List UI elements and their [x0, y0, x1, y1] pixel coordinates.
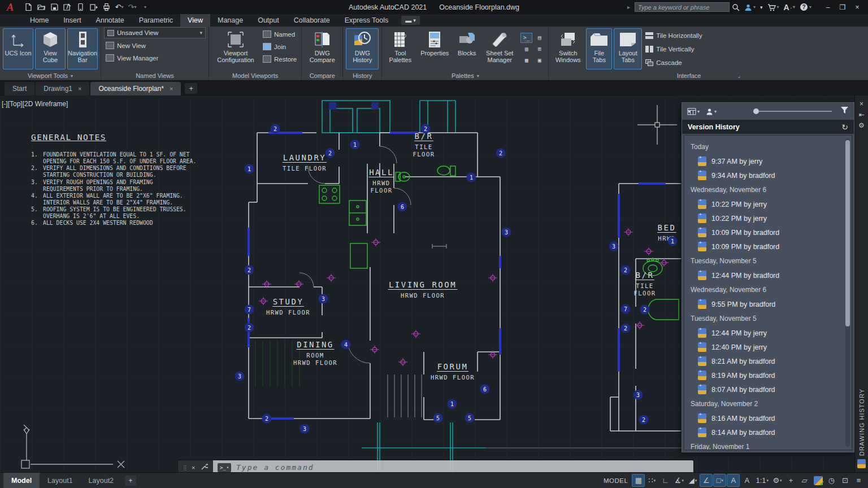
- ribbon-tab-home[interactable]: Home: [23, 14, 56, 27]
- command-wrench-icon[interactable]: [201, 463, 208, 472]
- workspace-switching-icon[interactable]: ⚙▾: [771, 474, 783, 486]
- layout-tabs-button[interactable]: Layout Tabs: [614, 28, 642, 69]
- panel-launcher-icon[interactable]: ⌟: [737, 73, 740, 79]
- version-item[interactable]: 10:22 PM by jerry: [691, 211, 845, 225]
- file-tab-start[interactable]: Start: [5, 82, 34, 95]
- version-item[interactable]: 10:09 PM by bradford: [691, 225, 845, 239]
- dwg-compare-button[interactable]: DWG Compare: [305, 28, 340, 69]
- navigation-bar-button[interactable]: Navigation Bar: [67, 28, 98, 69]
- annotation-autoscale-icon[interactable]: A: [741, 474, 753, 486]
- ribbon-tab-insert[interactable]: Insert: [56, 14, 88, 27]
- view-dropdown[interactable]: Unsaved View ▾: [104, 27, 206, 38]
- close-tab-icon[interactable]: ×: [170, 85, 173, 92]
- restore-button[interactable]: ❐: [835, 0, 850, 14]
- panel-label-viewport-tools[interactable]: Viewport Tools▾: [0, 71, 101, 80]
- ribbon-tab-annotate[interactable]: Annotate: [89, 14, 132, 27]
- slider-knob[interactable]: [753, 108, 759, 114]
- viewport-configuration-button[interactable]: Viewport Configuration: [212, 28, 259, 69]
- count-palette-icon[interactable]: ▦: [520, 55, 532, 66]
- tool-palettes-button[interactable]: Tool Palettes: [385, 28, 415, 69]
- version-item[interactable]: 8:19 AM by bradford: [691, 368, 845, 382]
- tile-vertically-button[interactable]: Tile Vertically: [644, 43, 704, 54]
- graphics-performance-icon[interactable]: [812, 474, 824, 486]
- search-collapse-arrow-icon[interactable]: ▸: [627, 4, 630, 10]
- save-icon[interactable]: [49, 2, 60, 13]
- panel-label-palettes[interactable]: Palettes▾: [382, 71, 548, 80]
- view-cube-button[interactable]: View Cube: [35, 28, 66, 69]
- version-item[interactable]: 9:55 PM by bradford: [691, 297, 845, 311]
- ucs-icon-button[interactable]: UCS Icon: [3, 28, 33, 69]
- command-prompt-icon[interactable]: >_▾: [218, 463, 231, 472]
- isolate-objects-icon[interactable]: ▱: [798, 474, 810, 486]
- object-snap-icon[interactable]: □▾: [714, 474, 726, 486]
- print-icon[interactable]: [101, 2, 112, 13]
- command-line-palette-icon[interactable]: >_: [520, 33, 532, 43]
- palette-autohide-icon[interactable]: ⇤: [858, 109, 864, 120]
- version-item[interactable]: 12:44 PM by bradford: [691, 268, 845, 282]
- grid-icon[interactable]: ▦: [632, 474, 644, 486]
- isometric-drafting-icon[interactable]: ◢▾: [687, 474, 698, 486]
- palette-properties-icon[interactable]: ⚙: [858, 120, 865, 130]
- cascade-button[interactable]: Cascade: [644, 57, 704, 68]
- new-view-button[interactable]: New View: [104, 40, 206, 51]
- polar-tracking-icon[interactable]: ∡▾: [673, 474, 685, 486]
- palette-close-icon[interactable]: ×: [860, 98, 863, 109]
- panel-label-named-views[interactable]: Named Views: [101, 71, 209, 80]
- panel-label-history[interactable]: History: [343, 71, 381, 80]
- search-input[interactable]: [635, 2, 730, 12]
- named-viewports-button[interactable]: Named: [261, 29, 298, 40]
- ribbon-tab-collaborate[interactable]: Collaborate: [287, 14, 337, 27]
- sign-in-icon[interactable]: ▾: [744, 3, 756, 11]
- layout2-tab[interactable]: Layout2: [81, 473, 121, 488]
- clean-screen-icon[interactable]: ⊡: [839, 474, 851, 486]
- join-viewports-button[interactable]: Join: [261, 41, 298, 52]
- sheets-palette-icon[interactable]: ▥: [520, 44, 532, 54]
- version-item[interactable]: 10:22 PM by jerry: [691, 197, 845, 211]
- ortho-icon[interactable]: ∟: [659, 474, 671, 486]
- properties-button[interactable]: Properties: [417, 28, 452, 69]
- file-tabs-button[interactable]: File Tabs: [586, 28, 612, 69]
- version-item[interactable]: 8:16 AM by bradford: [691, 411, 845, 425]
- qat-customize-icon[interactable]: ▾: [140, 2, 151, 13]
- sheet-set-manager-button[interactable]: Sheet Set Manager: [481, 28, 518, 69]
- calculator-palette-icon[interactable]: ⊞: [533, 44, 545, 54]
- search-icon[interactable]: [732, 3, 740, 11]
- close-tab-icon[interactable]: ×: [78, 85, 81, 92]
- user-filter-button[interactable]: ▾: [706, 108, 717, 115]
- clipboard-palette-icon[interactable]: ▣: [533, 55, 545, 66]
- undo-icon[interactable]: ↶▾: [114, 2, 125, 13]
- version-range-slider[interactable]: [753, 107, 832, 115]
- panel-label-compare[interactable]: Compare: [302, 71, 342, 80]
- autocad-logo-icon[interactable]: A: [0, 0, 20, 14]
- version-item[interactable]: 12:40 PM by jerry: [691, 340, 845, 354]
- model-tab[interactable]: Model: [3, 473, 40, 488]
- new-drawing-tab-button[interactable]: +: [185, 83, 197, 94]
- refresh-icon[interactable]: ↻: [841, 123, 848, 132]
- ribbon-tab-view[interactable]: View: [180, 14, 210, 27]
- ribbon-tab-output[interactable]: Output: [250, 14, 287, 27]
- ribbon-tab-parametric[interactable]: Parametric: [132, 14, 180, 27]
- file-tab-oceanside-floorplan-[interactable]: Oceanside Floorplan*×: [90, 82, 181, 95]
- version-item[interactable]: 9:34 AM by bradford: [691, 168, 845, 182]
- filter-icon[interactable]: [840, 106, 849, 116]
- restore-viewports-button[interactable]: Restore: [261, 54, 298, 64]
- annotation-visibility-icon[interactable]: A: [727, 474, 739, 486]
- ribbon-tab-manage[interactable]: Manage: [210, 14, 250, 27]
- save-as-icon[interactable]: [62, 2, 73, 13]
- transfer-icon[interactable]: [88, 2, 99, 13]
- panel-label-interface[interactable]: Interface⌟: [549, 71, 868, 80]
- plot-mobile-icon[interactable]: [75, 2, 86, 13]
- command-input-area[interactable]: >_▾ Type a command: [213, 460, 693, 472]
- view-manager-button[interactable]: View Manager: [104, 53, 206, 63]
- dwg-history-button[interactable]: DWG History: [346, 28, 379, 69]
- app-store-cart-icon[interactable]: ▾: [767, 3, 779, 11]
- annotation-scale-button[interactable]: 1:1▾: [754, 474, 770, 486]
- file-tab-drawing1[interactable]: Drawing1×: [36, 82, 89, 95]
- version-item[interactable]: 8:07 AM by bradford: [691, 382, 845, 396]
- crosshair-toggle-icon[interactable]: +: [785, 474, 797, 486]
- command-close-icon[interactable]: ×: [192, 464, 195, 471]
- help-icon[interactable]: ?▾: [800, 3, 811, 11]
- version-item[interactable]: 8:21 AM by bradford: [691, 354, 845, 368]
- scrollbar-thumb[interactable]: [845, 140, 850, 326]
- drawing-area[interactable]: [-][Top][2D Wireframe]: [0, 95, 868, 472]
